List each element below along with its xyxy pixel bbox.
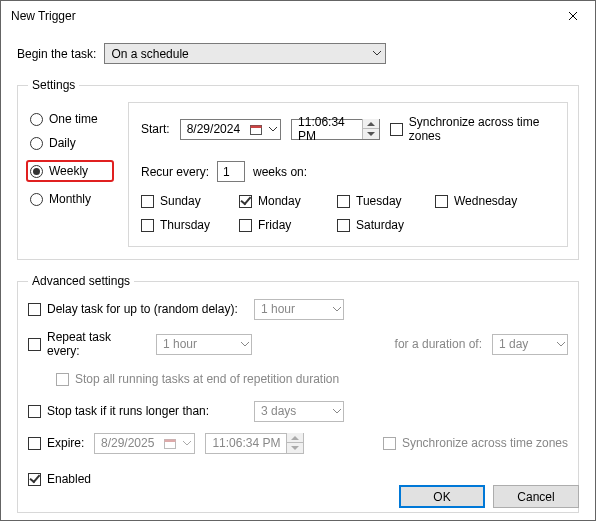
radio-one-time[interactable]: One time [30,112,114,126]
chevron-down-icon [333,409,341,414]
radio-weekly-label: Weekly [49,164,88,178]
duration-label: for a duration of: [395,337,482,351]
calendar-icon [160,438,180,449]
time-spinner[interactable] [362,119,379,139]
cancel-button[interactable]: Cancel [493,485,579,508]
chevron-down-icon [241,342,249,347]
begin-task-label: Begin the task: [17,47,96,61]
stop-repetition-label: Stop all running tasks at end of repetit… [75,372,339,386]
start-date-picker[interactable]: 8/29/2024 [180,119,281,140]
repeat-label: Repeat task every: [47,330,146,358]
duration-value: 1 day [499,337,528,351]
settings-fieldset: Settings One time Daily Weekly [17,78,579,260]
spin-down-icon[interactable] [287,443,303,453]
expire-sync-label: Synchronize across time zones [402,436,568,450]
expire-time-picker[interactable]: 11:06:34 PM [205,433,304,454]
start-date-value: 8/29/2024 [181,122,246,136]
expire-time-value: 11:06:34 PM [206,436,286,450]
start-time-value: 11:06:34 PM [292,115,362,143]
enabled-label: Enabled [47,472,91,486]
day-thursday[interactable]: Thursday [141,218,221,232]
enabled-checkbox[interactable]: Enabled [28,472,91,486]
stop-repetition-checkbox: Stop all running tasks at end of repetit… [56,372,339,386]
delay-select[interactable]: 1 hour [254,299,344,320]
spin-up-icon[interactable] [363,119,379,129]
window-title: New Trigger [11,9,76,23]
radio-daily-label: Daily [49,136,76,150]
repeat-select[interactable]: 1 hour [156,334,252,355]
begin-task-combo[interactable]: On a schedule [104,43,386,64]
schedule-panel: Start: 8/29/2024 11:06:34 PM [128,102,568,247]
chevron-down-icon [333,307,341,312]
delay-checkbox[interactable]: Delay task for up to (random delay): [28,302,244,316]
expire-label: Expire: [47,436,84,450]
radio-monthly[interactable]: Monthly [30,192,114,206]
start-time-picker[interactable]: 11:06:34 PM [291,119,380,140]
stop-task-label: Stop task if it runs longer than: [47,404,209,418]
close-button[interactable] [550,2,595,31]
ok-button[interactable]: OK [399,485,485,508]
chevron-down-icon [180,441,194,446]
day-monday[interactable]: Monday [239,194,319,208]
chevron-down-icon [557,342,565,347]
delay-value: 1 hour [261,302,295,316]
day-friday[interactable]: Friday [239,218,319,232]
settings-legend: Settings [28,78,79,92]
calendar-icon [246,124,266,135]
advanced-fieldset: Advanced settings Delay task for up to (… [17,274,579,513]
recur-label-prefix: Recur every: [141,165,209,179]
day-tuesday[interactable]: Tuesday [337,194,417,208]
begin-task-value: On a schedule [111,47,188,61]
stop-task-value: 3 days [261,404,296,418]
expire-date-picker[interactable]: 8/29/2025 [94,433,195,454]
radio-weekly[interactable]: Weekly [26,160,114,182]
sync-timezones-checkbox[interactable]: Synchronize across time zones [390,115,555,143]
advanced-legend: Advanced settings [28,274,134,288]
day-sunday[interactable]: Sunday [141,194,221,208]
day-saturday[interactable]: Saturday [337,218,417,232]
frequency-radios: One time Daily Weekly Monthly [28,102,118,247]
chevron-down-icon [266,127,280,132]
expire-sync-checkbox: Synchronize across time zones [383,436,568,450]
new-trigger-window: New Trigger Begin the task: On a schedul… [0,0,596,521]
radio-monthly-label: Monthly [49,192,91,206]
time-spinner[interactable] [286,433,303,453]
recur-weeks-input[interactable]: 1 [217,161,245,182]
expire-checkbox[interactable]: Expire: [28,436,84,450]
sync-timezones-label: Synchronize across time zones [409,115,555,143]
radio-one-time-label: One time [49,112,98,126]
chevron-down-icon [373,51,381,56]
repeat-value: 1 hour [163,337,197,351]
start-label: Start: [141,122,170,136]
svg-rect-3 [165,439,176,442]
stop-task-checkbox[interactable]: Stop task if it runs longer than: [28,404,244,418]
spin-down-icon[interactable] [363,129,379,139]
day-wednesday[interactable]: Wednesday [435,194,517,208]
recur-label-suffix: weeks on: [253,165,307,179]
duration-select[interactable]: 1 day [492,334,568,355]
recur-weeks-value: 1 [223,165,230,179]
weekday-checkboxes: Sunday Monday Tuesday Wednesday Thursday… [141,194,555,232]
radio-daily[interactable]: Daily [30,136,114,150]
expire-date-value: 8/29/2025 [95,436,160,450]
titlebar: New Trigger [1,1,595,31]
delay-label: Delay task for up to (random delay): [47,302,238,316]
repeat-checkbox[interactable]: Repeat task every: [28,330,146,358]
spin-up-icon[interactable] [287,433,303,443]
stop-task-select[interactable]: 3 days [254,401,344,422]
svg-rect-1 [251,125,262,128]
close-icon [568,11,578,21]
